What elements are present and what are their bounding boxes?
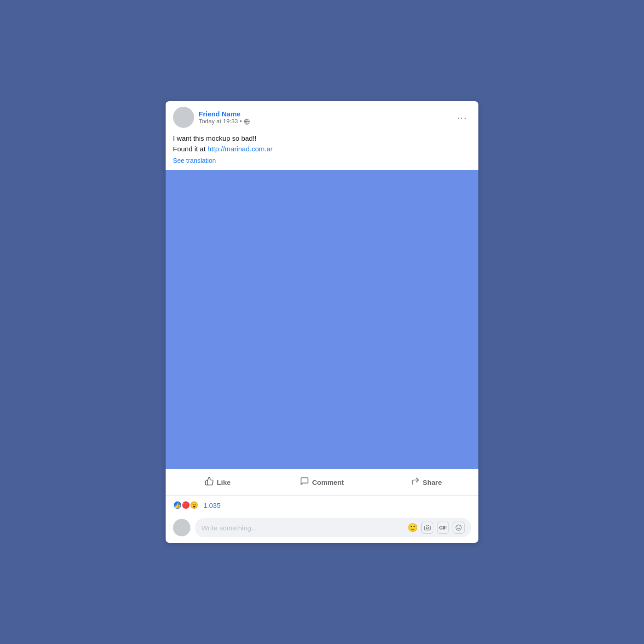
share-button[interactable]: Share xyxy=(376,473,477,492)
share-label: Share xyxy=(423,478,442,486)
svg-point-4 xyxy=(426,527,429,529)
like-button[interactable]: Like xyxy=(167,473,268,492)
sticker-icon-button[interactable] xyxy=(453,522,465,534)
share-icon xyxy=(411,477,420,488)
post-body-text: I want this mockup so bad!! Found it at … xyxy=(166,133,478,157)
post-time: Today at 19:33 • xyxy=(199,118,453,125)
comment-label: Comment xyxy=(312,478,344,486)
post-header: Friend Name Today at 19:33 • ··· xyxy=(166,101,478,133)
like-reaction: 👍 xyxy=(173,500,182,510)
facebook-post-card: Friend Name Today at 19:33 • ··· I want … xyxy=(166,101,478,543)
post-image xyxy=(166,170,478,469)
comment-icons: 🙂 GIF xyxy=(408,522,465,534)
more-options-button[interactable]: ··· xyxy=(453,111,471,124)
comment-input[interactable]: Write something... xyxy=(201,524,404,532)
like-label: Like xyxy=(217,478,230,486)
like-icon xyxy=(205,477,214,488)
post-link[interactable]: http://marinad.com.ar xyxy=(207,145,273,153)
reactions-row: 👍 ❤️ 😮 1.035 xyxy=(166,496,478,514)
comment-section: Write something... 🙂 GIF xyxy=(166,514,478,543)
action-bar: Like Comment Share xyxy=(166,469,478,496)
comment-icon xyxy=(300,477,309,488)
see-translation-link[interactable]: See translation xyxy=(166,157,478,170)
reaction-emojis: 👍 ❤️ 😮 xyxy=(173,500,199,510)
camera-icon-button[interactable] xyxy=(421,522,433,534)
love-reaction: ❤️ xyxy=(181,500,190,510)
avatar xyxy=(173,107,194,128)
gif-icon-button[interactable]: GIF xyxy=(437,522,449,534)
svg-point-5 xyxy=(456,525,461,530)
comment-button[interactable]: Comment xyxy=(272,473,373,492)
emoji-icon[interactable]: 🙂 xyxy=(408,523,418,533)
friend-name[interactable]: Friend Name xyxy=(199,110,453,118)
globe-icon xyxy=(244,119,250,125)
comment-input-wrap[interactable]: Write something... 🙂 GIF xyxy=(195,518,471,537)
commenter-avatar xyxy=(173,519,190,536)
wow-reaction: 😮 xyxy=(190,500,199,510)
reaction-count[interactable]: 1.035 xyxy=(203,501,221,509)
post-meta: Friend Name Today at 19:33 • xyxy=(199,110,453,125)
